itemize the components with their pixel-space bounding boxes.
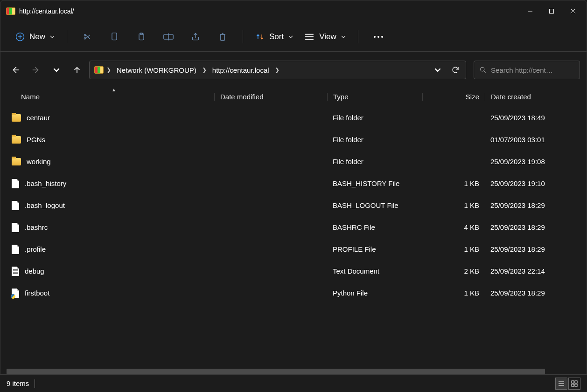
rename-button[interactable]: [156, 28, 181, 46]
delete-button[interactable]: [210, 28, 235, 46]
file-row[interactable]: workingFile folder25/09/2023 19:08: [0, 151, 587, 172]
copy-button[interactable]: [102, 28, 127, 46]
file-row[interactable]: firstbootPython File1 KB25/09/2023 18:29: [0, 282, 587, 304]
svg-rect-24: [575, 381, 577, 383]
column-header-type[interactable]: Type: [327, 93, 422, 101]
file-type: Text Document: [327, 267, 422, 275]
history-button[interactable]: [52, 65, 61, 75]
minimize-button[interactable]: [519, 4, 541, 19]
column-header-date-modified[interactable]: Date modified: [214, 93, 327, 101]
search-box[interactable]: [474, 61, 580, 79]
sort-label: Sort: [269, 32, 284, 41]
file-row[interactable]: .bash_logoutBASH_LOGOUT File1 KB25/09/20…: [0, 194, 587, 216]
file-icon: [12, 245, 19, 254]
folder-icon: [12, 114, 21, 122]
sort-indicator-icon: ▲: [112, 87, 116, 92]
chevron-down-icon: [53, 67, 60, 73]
rename-icon: [163, 33, 174, 41]
file-icon: [12, 223, 19, 232]
app-icon: [6, 7, 15, 16]
status-bar: 9 items: [0, 374, 587, 392]
up-button[interactable]: [72, 65, 82, 75]
view-list-icon: [304, 33, 314, 41]
details-view-toggle[interactable]: [555, 378, 567, 390]
share-button[interactable]: [183, 28, 208, 46]
file-size: 1 KB: [422, 289, 485, 297]
file-date-created: 25/09/2023 18:29: [485, 223, 587, 231]
file-size: 1 KB: [422, 245, 485, 253]
chevron-down-icon: [341, 34, 346, 39]
thumbnails-view-toggle[interactable]: [568, 378, 580, 390]
file-row[interactable]: .bash_historyBASH_HISTORY File1 KB25/09/…: [0, 172, 587, 194]
arrow-left-icon: [11, 66, 20, 74]
file-row[interactable]: debugText Document2 KB25/09/2023 22:14: [0, 260, 587, 282]
refresh-button[interactable]: [448, 62, 463, 77]
search-icon: [480, 66, 486, 74]
folder-icon: [12, 136, 21, 144]
column-header-date-created[interactable]: Date created: [485, 93, 587, 101]
svg-rect-23: [572, 381, 574, 383]
column-header-size[interactable]: Size: [422, 93, 485, 101]
file-name: .bash_history: [25, 179, 66, 187]
svg-line-19: [484, 71, 486, 73]
chevron-right-icon: ❯: [106, 67, 111, 73]
file-row[interactable]: .bashrcBASHRC File4 KB25/09/2023 18:29: [0, 216, 587, 238]
status-item-count: 9 items: [7, 379, 29, 387]
paste-button[interactable]: [129, 28, 154, 46]
file-icon: [12, 201, 19, 210]
address-dropdown-button[interactable]: [430, 62, 445, 77]
file-row[interactable]: centaurFile folder25/09/2023 18:49: [0, 107, 587, 129]
cut-button[interactable]: [75, 28, 100, 46]
view-button[interactable]: View: [300, 29, 350, 44]
more-button[interactable]: [366, 28, 391, 46]
sort-button[interactable]: Sort: [251, 29, 298, 44]
file-type: File folder: [327, 158, 422, 165]
toolbar: New Sort View: [0, 22, 587, 52]
file-type: PROFILE File: [327, 245, 422, 253]
search-input[interactable]: [491, 66, 574, 74]
file-name: debug: [25, 267, 44, 275]
file-row[interactable]: PGNsFile folder01/07/2003 03:01: [0, 129, 587, 151]
window-title: http://centaur.local/: [19, 7, 74, 15]
maximize-button[interactable]: [541, 4, 562, 19]
file-type: File folder: [327, 114, 422, 122]
address-bar[interactable]: ❯ Network (WORKGROUP) ❯ http://centaur.l…: [89, 61, 466, 79]
file-row[interactable]: .profilePROFILE File1 KB25/09/2023 18:29: [0, 238, 587, 260]
chevron-right-icon: ❯: [202, 67, 207, 73]
file-type: BASHRC File: [327, 223, 422, 231]
folder-icon: [12, 158, 21, 165]
file-date-created: 01/07/2003 03:01: [485, 136, 587, 144]
scissors-icon: [83, 32, 92, 41]
breadcrumb-label: Network (WORKGROUP): [117, 66, 196, 74]
file-name: .bashrc: [25, 223, 48, 231]
svg-point-17: [381, 36, 383, 38]
new-label: New: [29, 32, 45, 41]
horizontal-scrollbar[interactable]: [7, 369, 545, 374]
svg-point-18: [480, 67, 484, 71]
text-file-icon: [12, 267, 19, 276]
file-date-created: 25/09/2023 19:08: [485, 158, 587, 165]
forward-button[interactable]: [31, 65, 41, 75]
file-name: working: [27, 158, 51, 165]
new-button[interactable]: New: [11, 29, 59, 44]
arrow-up-icon: [73, 66, 81, 74]
list-view-icon: [558, 380, 565, 387]
file-date-created: 25/09/2023 18:29: [485, 245, 587, 253]
python-file-icon: [12, 289, 19, 298]
file-date-created: 25/09/2023 18:29: [485, 289, 587, 297]
svg-point-15: [374, 36, 376, 38]
close-button[interactable]: [562, 4, 584, 19]
file-size: 2 KB: [422, 267, 485, 275]
back-button[interactable]: [11, 65, 20, 75]
file-size: 1 KB: [422, 201, 485, 209]
ellipsis-icon: [373, 35, 384, 38]
breadcrumb-segment[interactable]: http://centaur.local: [210, 66, 272, 74]
breadcrumb-segment[interactable]: Network (WORKGROUP): [114, 66, 199, 74]
file-type: BASH_HISTORY File: [327, 179, 422, 187]
chevron-down-icon: [434, 67, 441, 73]
column-header-name[interactable]: Name: [0, 93, 214, 101]
grid-view-icon: [571, 380, 578, 387]
file-size: 4 KB: [422, 223, 485, 231]
copy-icon: [110, 32, 119, 41]
svg-point-16: [377, 36, 379, 38]
